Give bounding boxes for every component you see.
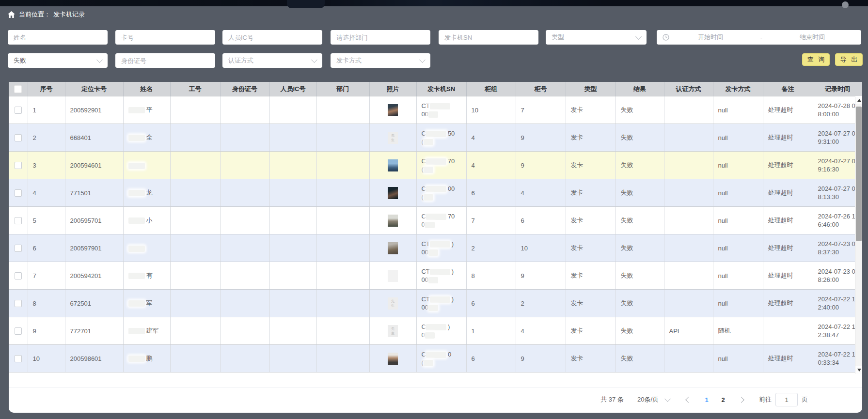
col-header-idno: 身份证号: [220, 82, 269, 96]
scroll-up-button[interactable]: [855, 96, 862, 104]
redacted-sn: [426, 131, 446, 137]
cell-icno: [269, 290, 316, 317]
row-checkbox[interactable]: [15, 355, 22, 362]
name-input[interactable]: [8, 30, 108, 45]
profile-photo: 先生: [388, 325, 398, 337]
table-row[interactable]: 8672501军先生CT)0062发卡失败null处理超时2024-07-22 …: [9, 290, 862, 317]
cell-card: 200592901: [65, 96, 123, 124]
page-button-2[interactable]: 2: [718, 396, 728, 403]
end-time-placeholder: 结束时间: [771, 33, 853, 42]
name-suffix: 平: [146, 106, 153, 113]
cell-icno: [269, 207, 316, 234]
person-ic-input[interactable]: [222, 30, 322, 45]
cell-empno: [170, 124, 220, 152]
card-number-input[interactable]: [115, 30, 215, 45]
row-checkbox[interactable]: [15, 300, 22, 307]
cell-icno: [269, 152, 316, 179]
cell-name: 龙: [123, 179, 170, 207]
cell-card: 771501: [65, 179, 123, 207]
goto-page-input[interactable]: [775, 393, 798, 406]
row-checkbox[interactable]: [15, 134, 22, 141]
table-row[interactable]: 6200597901CT)00210发卡失败null处理超时2024-07-23…: [9, 234, 862, 262]
cell-idno: [220, 234, 269, 262]
chevron-down-icon: [311, 57, 317, 63]
cell-name: 鹏: [123, 345, 170, 372]
cell-empno: [170, 179, 220, 207]
cell-idno: [220, 290, 269, 317]
cell-auth: [664, 262, 713, 290]
row-checkbox[interactable]: [15, 245, 22, 252]
page-button-1[interactable]: 1: [701, 396, 712, 403]
row-checkbox[interactable]: [15, 217, 22, 224]
table-row[interactable]: 2668401全先生C50(49发卡失败null处理超时2024-07-27 0…: [9, 124, 862, 152]
issue-method-select[interactable]: 发卡方式: [331, 53, 430, 68]
cell-icno: [269, 179, 316, 207]
row-checkbox[interactable]: [15, 107, 22, 114]
table-scrollbar[interactable]: [855, 96, 862, 374]
result-select[interactable]: 失败: [8, 53, 108, 68]
table-row[interactable]: 10200598601鹏C0(69发卡失败null处理超时2024-07-22 …: [9, 345, 862, 372]
id-number-input[interactable]: [115, 53, 215, 68]
cell-checkbox: [9, 290, 28, 317]
cell-issuer-sn: CT)00: [416, 290, 466, 317]
query-button[interactable]: 查 询: [802, 53, 830, 66]
cell-icno: [269, 234, 316, 262]
cell-group: 10: [466, 96, 516, 124]
issuer-sn-input[interactable]: [439, 30, 538, 45]
auth-method-select[interactable]: 认证方式: [222, 53, 322, 68]
export-button[interactable]: 导 出: [835, 53, 863, 66]
prev-page-button[interactable]: [685, 397, 692, 403]
chevron-down-icon: [635, 33, 642, 40]
date-range-picker[interactable]: 开始时间 - 结束时间: [657, 30, 861, 45]
profile-photo: [388, 159, 398, 171]
cell-issuer-sn: C0(: [416, 345, 466, 372]
cell-icno: [269, 96, 316, 124]
cell-empno: [170, 345, 220, 372]
table-row[interactable]: 5200595701小C70076发卡失败null处理超时2024-07-26 …: [9, 207, 862, 234]
cell-type: 发卡: [566, 179, 615, 207]
select-all-checkbox[interactable]: [14, 85, 22, 93]
redacted-name: [128, 163, 145, 169]
redacted-name: [128, 107, 145, 113]
cell-method: null: [713, 96, 763, 124]
cell-auth: [664, 124, 713, 152]
cell-empno: [170, 207, 220, 234]
pagination-divider: [9, 388, 862, 388]
page-size-select[interactable]: 20条/页: [637, 395, 670, 404]
name-suffix: 鹏: [146, 355, 153, 362]
row-checkbox[interactable]: [15, 162, 22, 169]
cell-issuer-sn: C700: [416, 207, 466, 234]
total-count-label: 共 37 条: [600, 395, 624, 404]
type-select[interactable]: 类型: [546, 30, 647, 45]
cell-photo: [369, 345, 416, 372]
table-header-row: 序号 定位卡号 姓名 工号 身份证号 人员IC号 部门 照片 发卡机SN 柜组 …: [9, 82, 862, 96]
redacted-sn: [424, 360, 433, 366]
scroll-down-button[interactable]: [855, 366, 862, 374]
row-checkbox[interactable]: [15, 327, 22, 335]
cell-box: 10: [516, 234, 566, 262]
table-row[interactable]: 7200594201有CT)0089发卡失败null处理超时2024-07-23…: [9, 262, 862, 290]
cell-group: 6: [466, 290, 516, 317]
table-row[interactable]: 9772701建军先生C)014发卡失败API随机2024-07-22 12:3…: [9, 317, 862, 345]
redacted-sn: [428, 111, 438, 118]
cell-dept: [316, 345, 369, 372]
cell-card: 200594601: [65, 152, 123, 179]
table-row[interactable]: 3200594601C70(49发卡失败null处理超时2024-07-27 0…: [9, 152, 862, 179]
scrollbar-thumb[interactable]: [856, 107, 862, 241]
col-header-dept: 部门: [316, 82, 369, 96]
row-checkbox[interactable]: [15, 272, 22, 279]
department-input[interactable]: [331, 30, 430, 45]
next-page-button[interactable]: [738, 397, 744, 403]
table-row[interactable]: 4771501龙C00(64发卡失败null处理超时2024-07-27 08:…: [9, 179, 862, 207]
cell-result: 失败: [615, 207, 664, 234]
cell-remark: 处理超时: [763, 207, 813, 234]
cell-issuer-sn: CT00: [416, 96, 466, 124]
cell-checkbox: [9, 234, 28, 262]
row-checkbox[interactable]: [15, 189, 22, 197]
cell-box: 9: [516, 124, 566, 152]
page-size-value: 20条/页: [637, 395, 659, 404]
table-row[interactable]: 1200592901平CT00107发卡失败null处理超时2024-07-28…: [9, 96, 862, 124]
cell-result: 失败: [615, 317, 664, 345]
triangle-down-icon: [857, 369, 861, 372]
cell-name: [123, 234, 170, 262]
